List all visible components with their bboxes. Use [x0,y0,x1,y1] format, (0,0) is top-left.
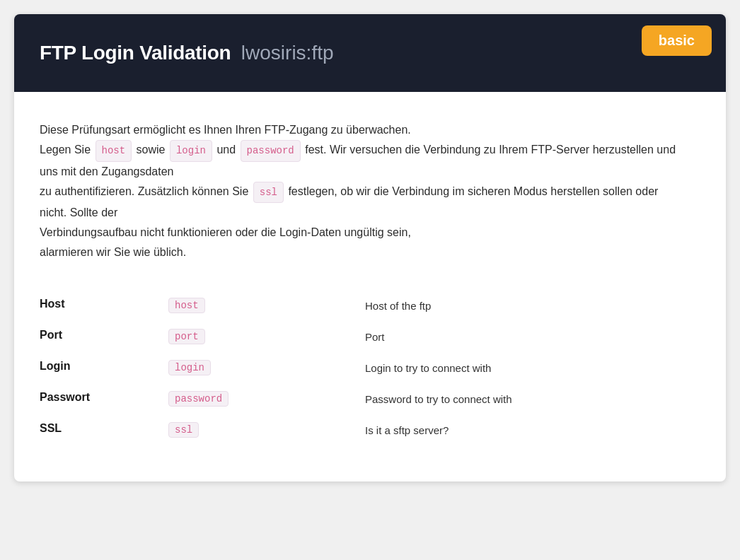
param-code-tag-1: port [168,329,205,344]
param-code-cell-2: login [167,353,365,384]
code-login: login [170,140,212,162]
desc-line2-mid1: sowie [137,144,166,156]
page-container: FTP Login Validation lwosiris:ftp basic … [14,14,726,482]
desc-line2-end: fest. Wir versuchen die [305,144,420,156]
params-table: Host host Host of the ftp Port port Port… [40,291,700,446]
param-code-cell-3: password [167,384,365,415]
header-title-area: FTP Login Validation lwosiris:ftp [40,42,334,64]
param-desc-1: Port [365,322,700,353]
desc-line1: Diese Prüfungsart ermöglicht es Ihnen Ih… [40,124,411,136]
param-code-cell-4: ssl [167,415,365,446]
table-row: Passwort password Password to try to con… [40,384,700,415]
table-row: SSL ssl Is it a sftp server? [40,415,700,446]
code-ssl: ssl [253,182,284,204]
param-desc-0: Host of the ftp [365,291,700,322]
desc-line4-end: festlegen, ob wir die [288,185,388,197]
header: FTP Login Validation lwosiris:ftp basic [14,14,726,92]
table-row: Host host Host of the ftp [40,291,700,322]
desc-line6: Verbindungsaufbau nicht funktionieren od… [40,226,411,238]
content-area: Diese Prüfungsart ermöglicht es Ihnen Ih… [14,92,726,482]
param-label-3: Passwort [40,384,167,415]
table-row: Port port Port [40,322,700,353]
param-code-tag-3: password [168,391,229,407]
badge: basic [642,25,712,56]
table-row: Login login Login to try to connect with [40,353,700,384]
param-code-tag-2: login [168,360,211,375]
param-code-tag-0: host [168,298,205,313]
desc-line2-mid2: und [216,144,236,156]
page-subtitle: lwosiris:ftp [241,42,334,64]
param-desc-4: Is it a sftp server? [365,415,700,446]
desc-line2-start: Legen Sie [40,144,91,156]
param-desc-3: Password to try to connect with [365,384,700,415]
description-block: Diese Prüfungsart ermöglicht es Ihnen Ih… [40,120,676,262]
param-code-cell-0: host [167,291,365,322]
param-label-4: SSL [40,415,167,446]
desc-line4-start: zu authentifizieren. Zusätzlich können S… [40,185,248,197]
param-label-0: Host [40,291,167,322]
param-code-tag-4: ssl [168,422,199,438]
code-password: password [241,140,301,162]
param-label-1: Port [40,322,167,353]
desc-line7: alarmieren wir Sie wie üblich. [40,246,186,258]
page-title: FTP Login Validation [40,42,231,64]
param-desc-2: Login to try to connect with [365,353,700,384]
code-host: host [96,140,132,162]
param-code-cell-1: port [167,322,365,353]
param-label-2: Login [40,353,167,384]
